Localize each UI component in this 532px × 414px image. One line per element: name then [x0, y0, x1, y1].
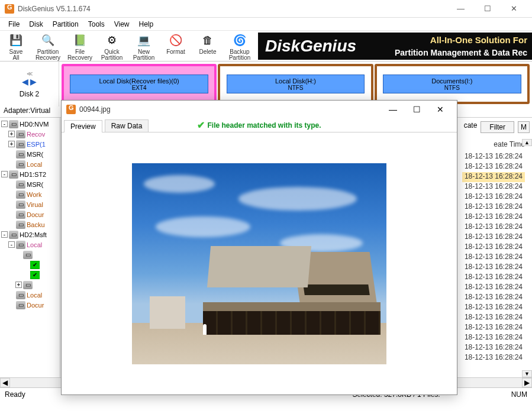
tree-node[interactable]: ▭MSR( [0, 179, 60, 189]
expand-icon[interactable]: + [8, 141, 15, 147]
nav-arrows[interactable]: ◀ ▶ [22, 77, 37, 86]
table-row[interactable]: 18-12-13 16:28:24 [462, 172, 525, 182]
table-row[interactable]: 18-12-13 16:28:24 [462, 222, 525, 232]
tree-node[interactable]: -▭HD1:ST2 [0, 169, 60, 179]
tree-node[interactable]: -▭HD0:NVM [0, 119, 60, 129]
folder-icon: ▭ [23, 281, 33, 289]
maximize-button[interactable]: ☐ [474, 1, 501, 17]
tree-node[interactable]: ▭Docur [0, 209, 60, 219]
drive-icon: ▭ [16, 301, 25, 309]
check-icon: ✔ [30, 261, 40, 269]
tree-node[interactable]: ▭Virual [0, 199, 60, 209]
expand-icon[interactable]: + [8, 131, 15, 137]
table-row[interactable]: 18-12-13 16:28:24 [462, 333, 525, 343]
menu-help[interactable]: Help [134, 19, 159, 30]
table-row[interactable]: 18-12-13 16:28:24 [462, 202, 525, 212]
expand-icon[interactable]: - [8, 241, 15, 248]
table-row[interactable]: 18-12-13 16:28:24 [462, 353, 525, 363]
table-row[interactable]: 18-12-13 16:28:24 [462, 313, 525, 323]
tab-preview[interactable]: Preview [64, 120, 102, 132]
minimize-button[interactable]: — [447, 1, 474, 17]
check-icon: ✔ [197, 119, 205, 131]
table-row[interactable]: 18-12-13 16:28:24 [462, 283, 525, 293]
menu-disk[interactable]: Disk [24, 19, 47, 30]
banner-slogan-2: Partition Management & Data Rec [395, 48, 527, 57]
preview-titlebar: 00944.jpg — ☐ ✕ [62, 101, 457, 118]
preview-minimize-button[interactable]: — [381, 105, 405, 114]
preview-maximize-button[interactable]: ☐ [405, 105, 428, 114]
new-partition-icon: 💻 [136, 32, 152, 48]
preview-close-button[interactable]: ✕ [428, 105, 452, 114]
expand-icon[interactable]: - [1, 171, 8, 177]
toolbar-backup-partition[interactable]: 🌀BackupPartition [224, 31, 256, 61]
table-row[interactable]: 18-12-13 16:28:24 [462, 242, 525, 253]
table-row[interactable]: 18-12-13 16:28:24 [462, 343, 525, 353]
preview-window: 00944.jpg — ☐ ✕ Preview Raw Data ✔ File … [61, 100, 457, 395]
recover-by-type-cut[interactable]: cate [464, 121, 478, 133]
partition-segment[interactable]: Local Disk(Recover files)(0)EXT4 [62, 64, 217, 104]
disk-nav: ≪ ◀ ▶ Disk 2 [0, 62, 59, 106]
expand-icon[interactable]: - [1, 121, 8, 127]
toolbar-quick-partition[interactable]: ⚙QuickPartition [96, 31, 128, 61]
filter-button[interactable]: Filter [481, 121, 514, 133]
drive-icon: ▭ [16, 221, 25, 229]
drive-icon: ▭ [16, 150, 25, 159]
disk-tree[interactable]: -▭HD0:NVM+▭Recov+▭ESP(1▭MSR(▭Local-▭HD1:… [0, 118, 60, 377]
expand-icon[interactable]: + [15, 282, 22, 288]
toolbar-file-recovery[interactable]: 📗FileRecovery [64, 31, 96, 61]
toolbar-save-all[interactable]: 💾SaveAll [0, 31, 32, 61]
tree-node[interactable]: ▭Docur [0, 300, 60, 310]
menu-tools[interactable]: Tools [83, 19, 109, 30]
tree-node[interactable]: +▭ [0, 280, 60, 290]
tree-node[interactable]: ▭Local [0, 159, 60, 169]
menu-file[interactable]: File [4, 19, 24, 30]
more-button[interactable]: M [518, 121, 530, 133]
tree-node[interactable]: ▭ [0, 250, 60, 260]
table-row[interactable]: 18-12-13 16:28:24 [462, 232, 525, 242]
table-row[interactable]: 18-12-13 16:28:24 [462, 162, 525, 172]
tree-node[interactable]: ▭MSR( [0, 149, 60, 159]
table-row[interactable]: 18-12-13 16:28:24 [462, 323, 525, 333]
folder-icon: ▭ [23, 251, 33, 259]
toolbar-partition-recovery[interactable]: 🔍PartitionRecovery [32, 31, 64, 61]
column-create-time[interactable]: eate Time [494, 140, 525, 148]
table-row[interactable]: 18-12-13 16:28:24 [462, 253, 525, 263]
titlebar: DiskGenius V5.1.1.674 — ☐ ✕ [0, 0, 532, 18]
expand-icon[interactable]: - [1, 231, 8, 238]
table-row[interactable]: 18-12-13 16:28:24 [462, 303, 525, 313]
table-row[interactable]: 18-12-13 16:28:24 [462, 182, 525, 192]
tree-node[interactable]: +▭Recov [0, 129, 60, 139]
close-button[interactable]: ✕ [501, 1, 527, 17]
tree-node[interactable]: ▭Backu [0, 219, 60, 229]
tree-node[interactable]: ▭Local [0, 290, 60, 300]
table-row[interactable]: 18-12-13 16:28:24 [462, 212, 525, 222]
preview-file-icon [66, 105, 76, 114]
scroll-down-icon[interactable]: ▼ [522, 370, 532, 377]
scroll-left-icon[interactable]: ◀ [0, 378, 10, 387]
table-row[interactable]: 18-12-13 16:28:24 [462, 152, 525, 162]
table-row[interactable]: 18-12-13 16:28:24 [462, 273, 525, 283]
table-row[interactable]: 18-12-13 16:28:24 [462, 293, 525, 303]
file-recovery-icon: 📗 [72, 32, 88, 48]
scroll-right-icon[interactable]: ▶ [522, 378, 532, 387]
scroll-up-icon[interactable]: ▲ [522, 139, 532, 146]
partition-segment[interactable]: Documents(I:)NTFS [375, 64, 530, 104]
preview-image [132, 163, 386, 364]
drive-icon: ▭ [16, 140, 25, 148]
tree-node[interactable]: -▭HD2:Msft [0, 229, 60, 240]
tree-node[interactable]: ✔ [0, 260, 60, 270]
tree-node[interactable]: -▭Local [0, 240, 60, 250]
tab-raw-data[interactable]: Raw Data [105, 119, 149, 132]
tree-node[interactable]: ✔ [0, 270, 60, 280]
toolbar: 💾SaveAll🔍PartitionRecovery📗FileRecovery⚙… [0, 31, 532, 62]
partition-segment[interactable]: Local Disk(H:)NTFS [218, 64, 373, 104]
menu-view[interactable]: View [109, 19, 134, 30]
toolbar-new-partition[interactable]: 💻NewPartition [128, 31, 160, 61]
menu-partition[interactable]: Partition [48, 19, 83, 30]
table-row[interactable]: 18-12-13 16:28:24 [462, 263, 525, 273]
tree-node[interactable]: +▭ESP(1 [0, 139, 60, 149]
toolbar-format[interactable]: 🚫Format [160, 31, 192, 61]
table-row[interactable]: 18-12-13 16:28:24 [462, 192, 525, 202]
toolbar-delete[interactable]: 🗑Delete [192, 31, 224, 61]
tree-node[interactable]: ▭Work [0, 189, 60, 199]
